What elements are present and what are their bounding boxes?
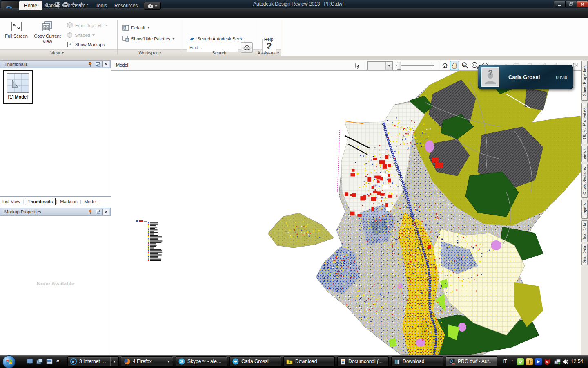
city-map xyxy=(111,71,581,355)
close-icon xyxy=(581,2,584,6)
tab-list-view[interactable]: List View xyxy=(0,198,23,205)
taskbar-button-dropdown[interactable] xyxy=(165,357,170,366)
tab-tools[interactable]: Tools xyxy=(91,1,112,10)
tab-markups[interactable]: Markups xyxy=(58,198,80,205)
svg-text:e: e xyxy=(72,359,74,364)
tab-home[interactable]: Home xyxy=(19,1,42,10)
tab-layers[interactable]: Layers xyxy=(581,200,588,219)
pan-tool-button[interactable] xyxy=(450,61,459,70)
internet-explorer-icon: e xyxy=(70,358,77,365)
screen-capture-button[interactable] xyxy=(144,2,161,10)
zoom-plus-minus-icon: ± xyxy=(461,62,469,69)
workspace-group-label: Workspace xyxy=(131,50,168,55)
skype-status-tray-icon[interactable] xyxy=(517,358,524,365)
panel-close-button[interactable] xyxy=(102,209,109,215)
sheet-tab-label: Model xyxy=(116,63,128,67)
notification-time: 08:39 xyxy=(556,75,567,80)
tab-grid-data[interactable]: Grid Data xyxy=(581,244,588,265)
tab-thumbnails[interactable]: Thumbnails xyxy=(25,198,56,205)
show-markups-checkbox[interactable]: ✓ Show Markups xyxy=(67,42,105,47)
taskbar-button-skype[interactable]: S Skype™ - aless... xyxy=(176,356,227,367)
notification-contact-name: Carla Grossi xyxy=(508,74,540,80)
minimize-button[interactable] xyxy=(554,1,566,7)
checkbox-checked-icon: ✓ xyxy=(67,42,73,47)
search-autodesk-seek-button[interactable]: Search Autodesk Seek xyxy=(189,36,243,42)
zoom-slider-track[interactable] xyxy=(396,65,434,66)
taskbar-button-download-1[interactable]: Download xyxy=(283,356,335,367)
network-tray-icon[interactable] xyxy=(554,358,561,365)
tab-text-data[interactable]: Text Data xyxy=(581,220,588,242)
tab-object-properties[interactable]: Object Properties xyxy=(581,103,588,144)
combo-dropdown-button[interactable] xyxy=(385,62,392,70)
zoom-tool-button[interactable]: ± xyxy=(461,61,470,70)
ribbon: Full Screen Copy CurrentView Front Top L… xyxy=(0,18,588,57)
tab-model[interactable]: Model xyxy=(82,198,99,205)
tab-markup-measure[interactable]: Markup & Measure xyxy=(39,1,90,10)
restore-button[interactable] xyxy=(565,1,577,7)
full-screen-icon xyxy=(11,21,22,32)
view-scale-combobox[interactable] xyxy=(368,61,393,70)
download-book-icon xyxy=(394,359,400,365)
select-tool-button[interactable] xyxy=(353,61,362,70)
workspace-default-button[interactable]: Default xyxy=(122,25,150,31)
media-player-icon[interactable] xyxy=(46,358,53,365)
assistance-group-label: Assistance xyxy=(250,50,287,55)
taskbar-button-documcondi[interactable]: Documcondi (... xyxy=(337,356,389,367)
shaded-button: Shaded xyxy=(67,32,95,38)
taskbar-button-internet-explorer[interactable]: e 3 Internet Ex... xyxy=(67,356,119,367)
copy-view-icon xyxy=(41,21,53,32)
taskbar-button-dropdown[interactable] xyxy=(110,357,116,366)
tab-cross-sections[interactable]: Cross Sections xyxy=(581,164,588,198)
chat-contact-icon xyxy=(232,358,239,365)
panel-tabstrip: List View| Thumbnails| Markups| Model| xyxy=(0,196,111,206)
mcafee-tray-icon[interactable]: M xyxy=(544,358,551,365)
tab-views[interactable]: Views xyxy=(581,146,588,162)
tray-clock[interactable]: 12.54 xyxy=(571,359,583,364)
pushpin-icon[interactable] xyxy=(87,61,94,67)
thumbnail-model[interactable]: [1] Model xyxy=(3,70,33,104)
pushpin-icon[interactable] xyxy=(87,209,94,215)
skype-notification-popup[interactable]: ? Carla Grossi 08:39 xyxy=(478,65,573,89)
windows-flag-icon xyxy=(6,359,12,365)
update-tray-icon[interactable] xyxy=(526,358,533,365)
workspace-icon xyxy=(122,25,129,31)
zoom-slider-handle[interactable] xyxy=(397,62,401,70)
map-legend xyxy=(136,220,162,261)
view-group-label[interactable]: View xyxy=(39,50,76,55)
markup-properties-header: Markup Properties xyxy=(0,208,111,216)
full-screen-button[interactable]: Full Screen xyxy=(5,21,28,39)
tray-expand-chevron[interactable]: ‹ xyxy=(511,358,513,364)
start-button[interactable] xyxy=(2,355,16,368)
window-switcher-icon[interactable] xyxy=(36,358,43,365)
taskbar-button-prg-dwf[interactable]: DREV PRG.dwf - Aut... xyxy=(446,356,497,367)
taskbar-button-carla-grossi[interactable]: Carla Grossi xyxy=(229,356,281,367)
find-input[interactable] xyxy=(187,45,249,50)
quicklaunch-overflow-chevron[interactable]: » xyxy=(56,357,59,364)
taskbar-button-download-2[interactable]: Download xyxy=(391,356,443,367)
media-tray-icon[interactable] xyxy=(535,358,542,365)
panel-options-icon[interactable] xyxy=(95,209,101,215)
tab-sheet-properties[interactable]: Sheet Properties xyxy=(581,61,588,101)
firefox-icon xyxy=(124,358,130,365)
tab-resources[interactable]: Resources xyxy=(109,1,143,10)
close-button[interactable] xyxy=(577,1,588,7)
home-icon xyxy=(441,62,448,69)
drawing-canvas[interactable] xyxy=(111,71,581,355)
copy-current-view-button[interactable]: Copy CurrentView xyxy=(30,21,65,44)
model-thumbnail-icon xyxy=(7,73,29,93)
window-title: Autodesk Design Review 2013 PRG.dwf xyxy=(253,1,343,7)
taskbar-button-firefox[interactable]: 4 Firefox xyxy=(121,356,173,367)
show-desktop-icon[interactable] xyxy=(26,358,33,365)
home-view-button[interactable] xyxy=(440,61,449,70)
tray-language-indicator[interactable]: IT xyxy=(503,359,507,364)
panel-close-button[interactable] xyxy=(102,61,109,67)
avatar: ? xyxy=(481,67,499,87)
panel-options-icon[interactable] xyxy=(95,61,101,67)
design-review-doc-icon: DREV xyxy=(449,358,455,365)
restore-icon xyxy=(569,2,573,6)
front-top-left-button: Front Top Left xyxy=(67,22,107,28)
cursor-icon xyxy=(355,63,360,69)
volume-tray-icon[interactable] xyxy=(562,358,569,365)
help-label: Help xyxy=(257,37,280,42)
show-hide-palettes-button[interactable]: Show/Hide Palettes xyxy=(122,36,175,42)
